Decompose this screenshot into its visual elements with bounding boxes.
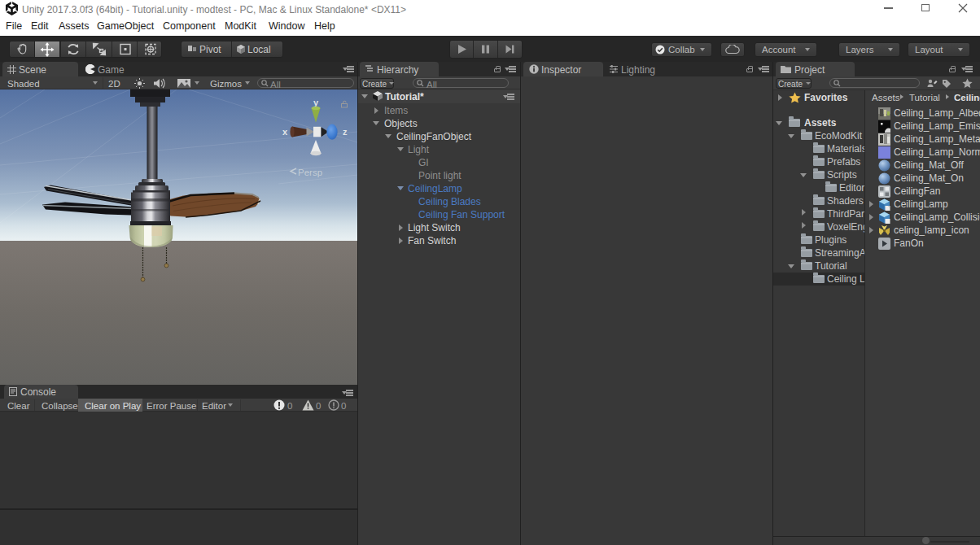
svg-text:y: y — [313, 98, 319, 107]
svg-text:z: z — [343, 127, 348, 137]
svg-text:Persp: Persp — [298, 168, 322, 177]
svg-text:x: x — [282, 127, 288, 137]
